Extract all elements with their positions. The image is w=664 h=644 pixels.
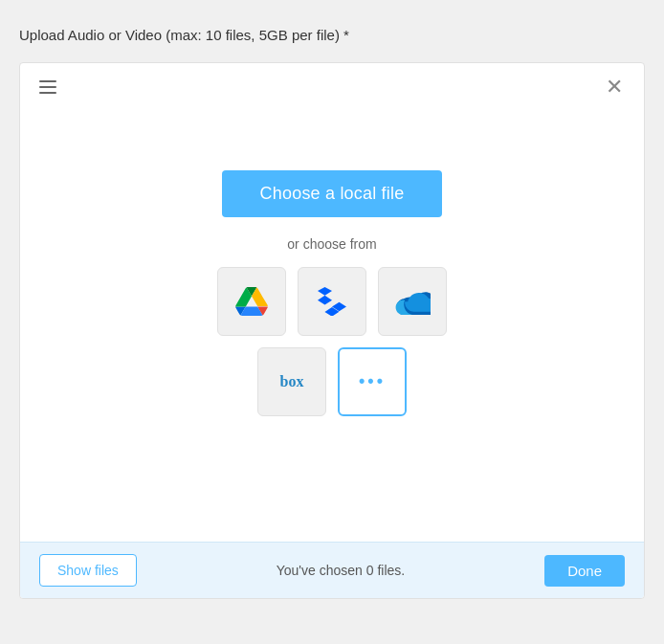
- cloud-icons-row: [217, 267, 447, 336]
- done-button[interactable]: Done: [544, 555, 625, 587]
- footer-bar: Show files You've chosen 0 files. Done: [20, 542, 644, 598]
- google-drive-button[interactable]: [217, 267, 286, 336]
- dropbox-button[interactable]: [298, 267, 366, 336]
- page-title: Upload Audio or Video (max: 10 files, 5G…: [19, 19, 645, 51]
- box-icon: box: [280, 373, 304, 390]
- page-wrapper: Upload Audio or Video (max: 10 files, 5G…: [19, 19, 645, 599]
- more-services-button[interactable]: •••: [338, 347, 407, 416]
- google-drive-icon: [235, 287, 268, 316]
- or-choose-text: or choose from: [287, 236, 376, 252]
- hamburger-line: [39, 92, 56, 94]
- cloud-icons-row2: box •••: [257, 347, 407, 416]
- upload-body: Choose a local file or choose from: [20, 63, 644, 542]
- hamburger-line: [39, 80, 56, 82]
- close-button[interactable]: ✕: [600, 73, 629, 101]
- hamburger-menu-button[interactable]: [35, 77, 60, 98]
- choose-local-file-button[interactable]: Choose a local file: [222, 170, 443, 217]
- box-button[interactable]: box: [257, 347, 326, 416]
- onedrive-button[interactable]: [378, 267, 447, 336]
- dropbox-icon: [316, 287, 348, 316]
- chosen-files-text: You've chosen 0 files.: [277, 563, 405, 578]
- hamburger-line: [39, 86, 56, 88]
- onedrive-icon: [394, 288, 431, 315]
- upload-container: ✕ Choose a local file or choose from: [19, 62, 645, 599]
- more-icon: •••: [359, 371, 386, 391]
- show-files-button[interactable]: Show files: [39, 554, 137, 587]
